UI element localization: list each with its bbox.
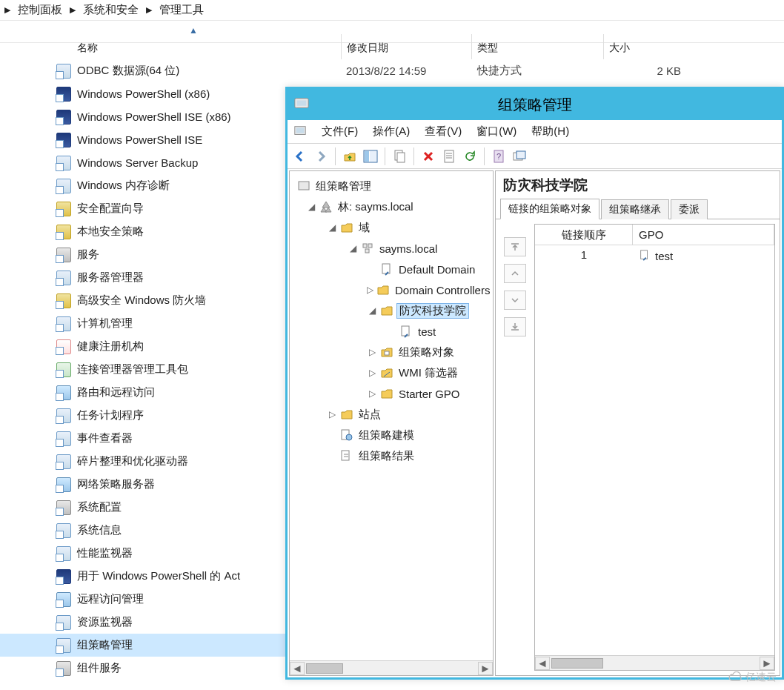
sort-indicator-icon: ▲ xyxy=(189,25,198,36)
tab-delegation[interactable]: 委派 xyxy=(671,199,708,219)
copy-button[interactable] xyxy=(390,147,409,166)
menu-file[interactable]: 文件(F) xyxy=(316,122,364,141)
scroll-right-button[interactable]: ► xyxy=(760,657,774,670)
expand-icon[interactable]: ▷ xyxy=(367,285,373,295)
column-header-name[interactable]: 名称 xyxy=(77,42,98,55)
shortcut-icon xyxy=(56,592,71,607)
expand-icon[interactable]: ▷ xyxy=(367,368,377,378)
tree-sites[interactable]: ▷ 站点 xyxy=(293,404,490,425)
column-header-date[interactable]: 修改日期 xyxy=(347,42,388,55)
cell-link-order: 1 xyxy=(535,245,633,266)
modeling-icon xyxy=(340,428,353,442)
file-name: 连接管理器管理工具包 xyxy=(77,362,188,376)
breadcrumb-item[interactable]: 系统和安全 xyxy=(83,3,139,17)
column-header-link-order[interactable]: 链接顺序 xyxy=(535,225,633,245)
show-hide-tree-button[interactable] xyxy=(361,147,380,166)
file-name: 本地安全策略 xyxy=(77,225,144,239)
tree-ou-selected[interactable]: ◢ 防灾科技学院 xyxy=(293,300,490,321)
collapse-icon[interactable]: ◢ xyxy=(327,222,337,233)
expand-icon[interactable]: ▷ xyxy=(327,409,337,419)
linked-gpo-area: 链接顺序 GPO 1 test ◄ ► xyxy=(496,219,780,675)
column-separator[interactable] xyxy=(471,34,472,59)
file-name: 组策略管理 xyxy=(77,638,133,652)
list-item[interactable]: ODBC 数据源(64 位)2013/8/22 14:59快捷方式2 KB xyxy=(0,59,784,82)
delete-button[interactable] xyxy=(419,147,438,166)
menu-action[interactable]: 操作(A) xyxy=(367,122,416,141)
scroll-left-button[interactable]: ◄ xyxy=(290,662,305,675)
move-down-button[interactable] xyxy=(504,291,526,310)
tree-domain[interactable]: ◢ sayms.local xyxy=(293,238,490,259)
collapse-icon[interactable]: ◢ xyxy=(306,202,316,212)
help-button[interactable]: ? xyxy=(489,147,508,166)
scroll-thumb[interactable] xyxy=(551,658,603,669)
gpo-link-icon xyxy=(380,262,393,276)
file-name: 远程访问管理 xyxy=(77,592,144,606)
grid-horizontal-scrollbar[interactable]: ◄ ► xyxy=(535,655,774,670)
properties-button[interactable] xyxy=(439,147,459,166)
back-button[interactable] xyxy=(290,147,310,166)
tree-wmi-filters[interactable]: ▷ WMI 筛选器 xyxy=(293,362,490,383)
expand-icon[interactable]: ▷ xyxy=(367,347,377,357)
tree-root[interactable]: 组策略管理 xyxy=(293,176,490,196)
linked-gpo-grid[interactable]: 链接顺序 GPO 1 test ◄ ► xyxy=(534,224,775,671)
scroll-right-button[interactable]: ► xyxy=(478,662,493,675)
column-header-gpo[interactable]: GPO xyxy=(633,225,774,245)
ou-folder-icon xyxy=(380,304,393,317)
shortcut-icon xyxy=(56,110,71,125)
tree-gp-modeling[interactable]: ▸ 组策略建模 xyxy=(293,425,490,445)
toolbar-separator xyxy=(385,147,385,165)
tree-gp-results[interactable]: ▸ 组策略结果 xyxy=(293,445,490,466)
tree-gpo-link-test[interactable]: ▸ test xyxy=(293,321,490,342)
tab-linked-gpos[interactable]: 链接的组策略对象 xyxy=(500,199,599,219)
svg-rect-17 xyxy=(299,182,309,190)
expand-icon[interactable]: ▷ xyxy=(367,388,377,399)
tree-default-domain-policy[interactable]: ▸ Default Domain xyxy=(293,259,490,279)
move-top-button[interactable] xyxy=(504,237,526,256)
tree-starter-gpos[interactable]: ▷ Starter GPO xyxy=(293,383,490,404)
shortcut-icon xyxy=(56,546,71,561)
details-tabs: 链接的组策略对象 组策略继承 委派 xyxy=(496,198,780,219)
tree-forest[interactable]: ◢ 林: sayms.local xyxy=(293,196,490,217)
move-up-button[interactable] xyxy=(504,264,526,283)
tree-gpo-container[interactable]: ▷ 组策略对象 xyxy=(293,342,490,362)
cell-size: 2 KB xyxy=(640,64,681,77)
tree-label: 域 xyxy=(356,220,372,236)
grid-row[interactable]: 1 test xyxy=(535,245,774,266)
collapse-icon[interactable]: ◢ xyxy=(348,243,358,253)
scroll-thumb[interactable] xyxy=(306,663,343,674)
results-icon xyxy=(340,449,353,462)
new-window-button[interactable] xyxy=(510,147,529,166)
tab-gp-inheritance[interactable]: 组策略继承 xyxy=(601,199,669,219)
menu-help[interactable]: 帮助(H) xyxy=(525,122,575,141)
scroll-left-button[interactable]: ◄ xyxy=(535,657,550,670)
breadcrumb-item[interactable]: 控制面板 xyxy=(18,3,62,17)
shortcut-icon xyxy=(56,156,71,170)
collapse-icon[interactable]: ◢ xyxy=(367,305,377,316)
refresh-button[interactable] xyxy=(460,147,479,166)
breadcrumb-item[interactable]: 管理工具 xyxy=(159,3,204,17)
up-folder-button[interactable] xyxy=(340,147,359,166)
breadcrumb[interactable]: ▶ 控制面板 ▶ 系统和安全 ▶ 管理工具 xyxy=(0,0,784,21)
scope-tree[interactable]: 组策略管理 ◢ 林: sayms.local ◢ 域 ◢ sayms.local xyxy=(290,171,493,471)
svg-rect-3 xyxy=(296,127,305,133)
menu-window[interactable]: 窗口(W) xyxy=(471,122,522,141)
file-name: Windows PowerShell (x86) xyxy=(77,87,210,100)
shortcut-icon xyxy=(56,569,71,584)
tree-domains-container[interactable]: ◢ 域 xyxy=(293,217,490,238)
column-header-type[interactable]: 类型 xyxy=(477,42,498,55)
move-bottom-button[interactable] xyxy=(504,317,526,336)
file-name: 性能监视器 xyxy=(77,546,133,560)
menu-view[interactable]: 查看(V) xyxy=(419,122,468,141)
tree-domain-controllers[interactable]: ▷ Domain Controllers xyxy=(293,279,490,300)
column-header-size[interactable]: 大小 xyxy=(609,42,630,55)
shortcut-icon xyxy=(56,271,71,285)
forward-button[interactable] xyxy=(311,147,330,166)
tree-horizontal-scrollbar[interactable]: ◄ ► xyxy=(290,660,493,675)
column-separator[interactable] xyxy=(341,34,342,59)
shortcut-icon xyxy=(56,64,71,79)
window-titlebar[interactable]: 组策略管理 xyxy=(288,89,782,120)
cell-type: 快捷方式 xyxy=(477,64,522,78)
column-separator[interactable] xyxy=(603,34,604,59)
svg-rect-9 xyxy=(445,150,454,162)
shortcut-icon xyxy=(56,133,71,147)
